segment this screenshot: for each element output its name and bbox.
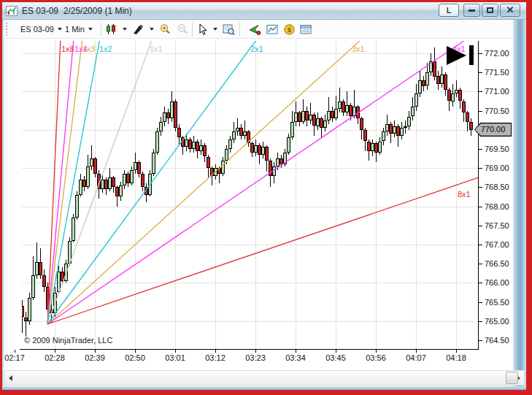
last-price-value: 770.00	[475, 123, 511, 136]
gann-fan-label-3x1: 3x1	[352, 45, 365, 53]
close-icon: ✕	[506, 4, 514, 15]
gann-fan-line-1x3[interactable]	[47, 41, 478, 324]
gann-fan-label-1x2: 1x2	[99, 45, 112, 53]
time-tick-label: 03:01	[159, 353, 191, 362]
price-axis-line	[478, 41, 479, 350]
time-tick	[175, 350, 176, 353]
gann-fan-line-3x1[interactable]	[47, 41, 478, 324]
toolbar: ES 03-09 1 Min	[4, 20, 513, 39]
price-tick-label: 766.00	[485, 278, 509, 287]
new-chart-icon[interactable]	[266, 23, 279, 36]
time-tick	[296, 350, 296, 353]
time-tick	[55, 350, 55, 353]
time-tick	[376, 350, 377, 353]
gann-fan-line-1x1[interactable]	[47, 41, 478, 324]
price-tick-label: 769.00	[485, 164, 509, 172]
instrument-dropdown[interactable]: ES 03-09	[20, 20, 62, 39]
cursor-icon[interactable]	[196, 23, 209, 36]
drawing-tools-dropdown[interactable]	[146, 20, 154, 39]
price-tick	[479, 91, 482, 92]
time-tick-label: 03:34	[280, 353, 312, 362]
gann-fan-line-1x4[interactable]	[47, 41, 478, 324]
price-tick-label: 768.00	[485, 202, 509, 211]
minimize-button[interactable]	[463, 4, 480, 17]
close-button[interactable]: ✕	[500, 4, 520, 17]
price-tick-label: 767.00	[485, 240, 509, 249]
gann-fan-label-8x1: 8x1	[458, 191, 471, 199]
minimize-icon	[469, 9, 475, 12]
window-frame-right	[513, 20, 526, 386]
toolbar-separator	[239, 22, 240, 37]
data-grid-icon[interactable]	[300, 23, 312, 36]
price-tick	[479, 226, 482, 226]
title-bar[interactable]: ES 03-09 2/25/2009 (1 Min) L ✕	[2, 2, 526, 20]
drawing-pen-icon[interactable]	[132, 23, 144, 36]
last-price-badge: 770.00	[474, 123, 512, 137]
data-box-icon[interactable]	[223, 23, 235, 36]
price-tick	[479, 111, 482, 112]
price-tick-label: 766.50	[485, 259, 509, 268]
candlestick-style-dropdown[interactable]	[119, 20, 127, 39]
scrollbar-thumb[interactable]	[506, 372, 518, 384]
time-tick-label: 04:07	[400, 353, 432, 362]
chart-area: 1x81x41x31x21x12x13x14x18x1 772.00771.50…	[4, 39, 513, 370]
gann-fan-label-2x1: 2x1	[250, 45, 263, 53]
price-tick-label: 764.50	[485, 336, 509, 345]
time-tick-label: 03:56	[360, 353, 392, 362]
toolbar-grip[interactable]	[6, 23, 9, 36]
time-tick-label: 02:17	[0, 353, 31, 362]
price-tick-label: 772.00	[485, 49, 509, 58]
time-tick-label: 03:45	[320, 353, 352, 362]
time-tick-label: 02:50	[119, 353, 151, 362]
price-tick	[479, 340, 482, 341]
chevron-down-icon	[123, 28, 127, 31]
interval-dropdown[interactable]: 1 Min	[65, 20, 93, 39]
gann-fan[interactable]	[22, 41, 478, 349]
gann-fan-label-1x8: 1x8	[61, 45, 74, 53]
price-tick-label: 765.50	[485, 298, 509, 307]
zoom-out-icon[interactable]	[177, 23, 189, 36]
time-tick	[15, 350, 15, 353]
coin-icon[interactable]: $	[283, 23, 296, 36]
time-tick-label: 03:12	[199, 353, 231, 362]
gann-fan-line-1x2[interactable]	[47, 41, 478, 324]
playback-marker-icon	[447, 46, 466, 65]
chevron-down-icon	[213, 28, 217, 31]
zoom-in-icon[interactable]	[159, 23, 171, 36]
toolbar-separator	[192, 22, 193, 37]
price-tick	[479, 72, 482, 73]
time-tick	[215, 350, 216, 353]
toolbar-separator	[101, 22, 101, 37]
time-tick-label: 02:39	[79, 353, 111, 362]
gann-fan-line-1x8[interactable]	[47, 41, 478, 324]
price-tick	[479, 302, 482, 303]
interval-label: 1 Min	[65, 25, 85, 34]
price-tick	[479, 168, 482, 169]
gann-fan-line-8x1[interactable]	[47, 177, 478, 324]
chart-trader-icon[interactable]	[249, 23, 261, 36]
time-tick	[456, 350, 457, 353]
cursor-mode-dropdown[interactable]	[209, 20, 217, 39]
time-tick-label: 03:23	[239, 353, 271, 362]
price-tick-label: 765.00	[485, 317, 509, 326]
scroll-left-icon[interactable]	[9, 375, 12, 381]
time-tick	[95, 350, 96, 353]
maximize-icon	[487, 7, 493, 13]
time-axis-line	[20, 349, 479, 350]
price-tick-label: 770.50	[485, 107, 509, 115]
maximize-button[interactable]	[482, 4, 498, 17]
price-tick	[479, 321, 482, 322]
time-tick	[135, 350, 136, 353]
chevron-down-icon	[150, 28, 154, 31]
price-tick-label: 771.00	[485, 87, 509, 96]
time-tick	[416, 350, 417, 353]
candlestick-style-icon[interactable]	[105, 23, 117, 36]
gann-fan-line-2x1[interactable]	[47, 41, 478, 324]
gann-fan-line-4x1[interactable]	[47, 41, 478, 324]
price-tick	[479, 207, 482, 207]
link-button[interactable]: L	[439, 4, 459, 17]
plot-area[interactable]: 1x81x41x31x21x12x13x14x18x1	[22, 41, 478, 349]
horizontal-scrollbar[interactable]	[4, 370, 525, 386]
window-title: ES 03-09 2/25/2009 (1 Min)	[22, 6, 132, 16]
window-chart-icon	[6, 5, 18, 17]
